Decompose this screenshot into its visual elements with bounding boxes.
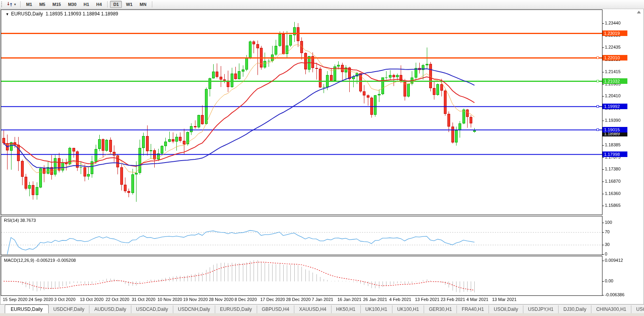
chart-tab-USDJPY-H1[interactable]: USDJPY,H1 <box>523 305 559 314</box>
date-label: 31 Oct 2020 <box>132 297 155 302</box>
price-badge-1.21032: 1.21032 <box>602 78 627 84</box>
date-label: 13 Oct 2020 <box>80 297 104 302</box>
price-badge-1.22010: 1.22010 <box>602 55 627 61</box>
chart-tabs-bar: EURUSD,DailyUSDCHF,DailyAUDUSD,DailyUSDC… <box>0 304 644 314</box>
price-badge-1.19992: 1.19992 <box>602 104 627 109</box>
date-label: 7 Jan 2021 <box>312 297 333 302</box>
toolbar-grip[interactable] <box>1 2 5 7</box>
timeframe-button-MN[interactable]: MN <box>136 1 150 8</box>
chart-tab-USDCHF-Daily[interactable]: USDCHF,Daily <box>49 305 90 314</box>
chart-tab-USDCAD-Daily[interactable]: USDCAD,Daily <box>131 305 173 314</box>
chart-tab-EURUSD-Daily[interactable]: EURUSD,Daily <box>215 305 257 314</box>
timeframe-button-H1[interactable]: H1 <box>80 1 92 8</box>
price-badge-1.19015: 1.19015 <box>602 127 627 132</box>
timeframe-button-M5[interactable]: M5 <box>36 1 48 8</box>
date-label: 4 Feb 2021 <box>389 297 411 302</box>
hline-handle[interactable] <box>597 105 599 108</box>
date-label: 22 Oct 2020 <box>106 297 129 302</box>
date-label: 23 Feb 2021 <box>441 297 465 302</box>
timeframe-button-M15[interactable]: M15 <box>49 1 64 8</box>
date-label: 17 Dec 2020 <box>260 297 285 302</box>
chart-tab-AUDUSD-Daily[interactable]: AUDUSD,Daily <box>89 305 131 314</box>
price-badge-1.17998: 1.17998 <box>602 151 627 157</box>
chart-tab-UK100-H1[interactable]: UK100,H1 <box>392 305 424 314</box>
price-tick: 1.16360 <box>605 191 621 196</box>
chart-tab-CHINA300-H1[interactable]: CHINA300,H1 <box>591 305 631 314</box>
toolbar-separator <box>20 1 21 8</box>
price-tick: 1.18385 <box>605 142 621 147</box>
date-label: 4 Mar 2021 <box>466 297 489 302</box>
toolbar-separator <box>152 1 152 8</box>
chart-tab-GBPUSD-H4[interactable]: GBPUSD,H4 <box>257 305 294 314</box>
window-bottom-edge <box>0 313 644 316</box>
rsi-tick: 100 <box>605 220 612 225</box>
chart-tab-USOil-[interactable]: USOil, <box>631 305 644 314</box>
hline-handle[interactable] <box>597 57 599 59</box>
chart-symbol-period: EURUSD,Daily <box>11 11 43 17</box>
price-tick: 1.17380 <box>605 167 621 171</box>
macd-label: MACD(12,26,9) -0.005219 -0.005208 <box>4 258 76 263</box>
timeframe-button-M30[interactable]: M30 <box>65 1 80 8</box>
scroll-up-icon[interactable] <box>637 11 641 13</box>
date-label: 10 Nov 2020 <box>157 297 182 302</box>
date-label: 16 Jan 2021 <box>337 297 362 302</box>
date-label: 13 Feb 2021 <box>415 297 439 302</box>
chart-title: ▼EURUSD,Daily 1.18935 1.19093 1.18894 1.… <box>6 11 118 17</box>
date-label: 24 Sep 2020 <box>28 297 53 302</box>
chart-tab-FRA40-H1[interactable]: FRA40,H1 <box>457 305 489 314</box>
macd-tick: 0.009412 <box>605 258 623 263</box>
timeframe-button-D1[interactable]: D1 <box>110 1 122 8</box>
date-label: 26 Jan 2021 <box>363 297 387 302</box>
chart-tab-EURUSD-Daily[interactable]: EURUSD,Daily <box>5 305 49 314</box>
price-chart-canvas[interactable] <box>0 0 644 316</box>
chart-tab-HK50-H1[interactable]: HK50,H1 <box>331 305 361 314</box>
timeframe-button-M1[interactable]: M1 <box>23 1 35 8</box>
chart-tab-USDCNH-Daily[interactable]: USDCNH,Daily <box>173 305 215 314</box>
rsi-tick: 70 <box>605 229 610 234</box>
hline-handle[interactable] <box>597 129 599 131</box>
macd-tick: 0.00 <box>605 278 613 283</box>
timeframes-toolbar: ▼ M1M5M15M30H1H4D1W1MN <box>0 0 644 9</box>
rsi-tick: 0 <box>605 252 607 256</box>
date-label: 19 Nov 2020 <box>183 297 208 302</box>
date-label: 8 Dec 2020 <box>235 297 257 302</box>
chart-tab-UK100-H1[interactable]: UK100,H1 <box>361 305 392 314</box>
timeframe-buttons: M1M5M15M30H1H4D1W1MN <box>23 1 150 8</box>
price-tick: 1.22435 <box>605 45 621 49</box>
date-label: 15 Sep 2020 <box>3 297 27 302</box>
date-label: 28 Nov 2020 <box>209 297 233 302</box>
price-tick: 1.16870 <box>605 179 621 184</box>
chart-tab-DJ30-Daily[interactable]: DJ30,Daily <box>559 305 591 314</box>
chart-ohlc-values: 1.18935 1.19093 1.18894 1.18989 <box>45 11 118 17</box>
chart-tab-XAUUSD-H4[interactable]: XAUUSD,H4 <box>294 305 331 314</box>
timeframe-button-W1[interactable]: W1 <box>123 1 136 8</box>
date-label: 3 Oct 2020 <box>54 297 76 302</box>
macd-tick: -0.006386 <box>605 292 625 297</box>
chart-tab-USOil-Daily[interactable]: USOil,Daily <box>489 305 523 314</box>
price-badge-1.23019: 1.23019 <box>602 30 627 36</box>
toolbar-separator <box>107 1 108 8</box>
price-tick: 1.23440 <box>605 21 621 25</box>
chart-tab-GER30-H1[interactable]: GER30,H1 <box>424 305 457 314</box>
symbol-collapse-icon[interactable]: ▼ <box>6 12 9 16</box>
rsi-label: RSI(14) 38.7673 <box>4 218 36 223</box>
price-tick: 1.15865 <box>605 203 621 208</box>
date-label: 13 Mar 2021 <box>492 297 517 302</box>
price-tick: 1.20410 <box>605 93 621 98</box>
price-tick: 1.21415 <box>605 69 621 74</box>
periods-dropdown-caret[interactable]: ▼ <box>13 3 17 6</box>
price-tick: 1.19390 <box>605 118 621 123</box>
hline-handle[interactable] <box>597 80 599 82</box>
timeframe-button-H4[interactable]: H4 <box>93 1 105 8</box>
rsi-tick: 30 <box>605 242 610 247</box>
date-label: 28 Dec 2020 <box>286 297 311 302</box>
price-arrows-icon[interactable] <box>7 1 13 8</box>
